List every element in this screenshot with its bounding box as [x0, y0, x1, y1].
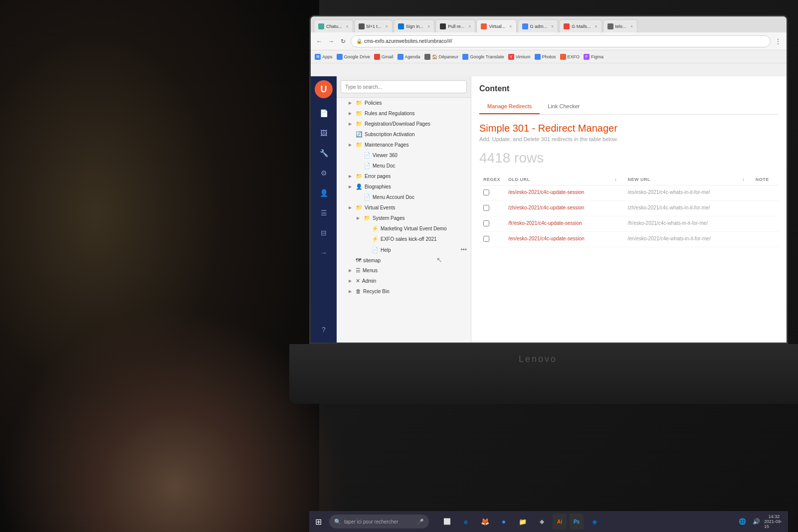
bookmark-vimium[interactable]: V Vimium [508, 54, 531, 60]
taskbar-chrome[interactable]: ● [496, 514, 512, 530]
sidebar-packages-icon[interactable]: ☰ [315, 204, 333, 222]
content-section-header: Content [479, 84, 779, 93]
sidebar-help-icon[interactable]: ? [315, 321, 333, 339]
tree-item-biographies[interactable]: ▶ 👤 Biographies [337, 181, 471, 192]
tab-link-checker[interactable]: Link Checker [540, 99, 588, 114]
bookmark-agenda[interactable]: Agenda [398, 54, 420, 60]
tab-close-icon[interactable]: × [509, 24, 512, 29]
sidebar-dashboard-icon[interactable]: ⊟ [315, 224, 333, 242]
sidebar-users-icon[interactable]: 👤 [315, 184, 333, 202]
tree-search-input[interactable] [341, 80, 467, 93]
tree-item-subscription[interactable]: 🔄 Subscription Activation [337, 129, 471, 140]
tree-item-exfosales[interactable]: ⚡ EXFO sales kick-off 2021 [337, 234, 471, 244]
tree-item-admin[interactable]: ▶ ✕ Admin [337, 276, 471, 286]
taskbar-app5[interactable]: ◆ [534, 514, 550, 530]
taskbar-vscode[interactable]: ◈ [587, 514, 602, 530]
tray-volume-icon[interactable]: 🔊 [750, 516, 762, 528]
tree-item-menuaccount[interactable]: 📄 Menu Account Doc [337, 192, 471, 202]
bookmark-exfo[interactable]: EXFO [560, 54, 580, 60]
tree-item-error[interactable]: ▶ 📁 Error pages [337, 171, 471, 181]
context-menu-icon[interactable]: ••• [460, 246, 467, 253]
page-icon: 📄 [364, 163, 371, 169]
col-regex-header: REGEX [479, 174, 504, 185]
tree-item-recycle[interactable]: ▶ 🗑 Recycle Bin [337, 286, 471, 296]
close-icon: ✕ [356, 278, 360, 284]
tab-gadm[interactable]: G adm... × [518, 19, 559, 32]
tray-network-icon[interactable]: 🌐 [736, 516, 748, 528]
laptop-brand: Lenovo [519, 354, 557, 364]
bookmark-drive[interactable]: Google Drive [337, 54, 371, 60]
plugin-title: Simple 301 - Redirect Manager [479, 123, 779, 134]
bookmark-gmail[interactable]: Gmail [374, 54, 394, 60]
event-icon: ⚡ [372, 236, 379, 242]
tab-close-icon[interactable]: × [551, 24, 554, 29]
sidebar-media-icon[interactable]: 🖼 [315, 124, 333, 142]
tab-close-icon[interactable]: × [427, 24, 430, 29]
old-url-cell: /fr/esko-2021/c4c-update-session [504, 216, 610, 232]
bookmark-translate[interactable]: Google Translate [462, 54, 504, 60]
tree-item-viewer360[interactable]: 📄 Viewer 360 [337, 150, 471, 161]
taskbar-task-view[interactable]: ⬜ [439, 514, 455, 530]
sidebar-content-icon[interactable]: 📄 [315, 104, 333, 122]
sidebar-settings-icon[interactable]: 🔧 [315, 144, 333, 162]
tree-item-menus[interactable]: ▶ ☰ Menus [337, 265, 471, 276]
tab-close-icon[interactable]: × [630, 24, 633, 29]
tree-item-help[interactable]: 📄 Help ••• [337, 244, 471, 255]
folder-icon: 📁 [356, 204, 363, 211]
expand-arrow-icon: ▶ [349, 143, 354, 147]
address-bar[interactable]: 🔒 cms-exfo.azurewebsites.net/umbraco/#/ [351, 35, 771, 47]
tab-close-icon[interactable]: × [346, 24, 349, 29]
tree-item-policies[interactable]: ▶ 📁 Policies [337, 98, 471, 108]
person-icon: 👤 [356, 183, 363, 190]
tab-pull[interactable]: Pull re... × [435, 19, 475, 32]
tree-item-systempages[interactable]: ▶ 📁 System Pages [337, 213, 471, 223]
tab-virtual[interactable]: Virtual... × [476, 19, 516, 32]
tree-item-virtualevents[interactable]: ▶ 📁 Virtual Events [337, 202, 471, 213]
taskbar-photoshop[interactable]: Ps [570, 514, 584, 530]
sidebar-deploy-icon[interactable]: → [315, 244, 333, 262]
tab-close-icon[interactable]: × [468, 24, 471, 29]
bookmark-apps[interactable]: ⊞ Apps [315, 54, 333, 60]
tab-signin[interactable]: Sign in... × [394, 19, 434, 32]
tab-favicon [564, 23, 570, 29]
bookmark-figma[interactable]: F Figma [584, 54, 603, 60]
umbraco-logo[interactable]: U [315, 80, 333, 98]
windows-start-button[interactable]: ⊞ [309, 513, 327, 531]
expand-arrow-icon: ▶ [349, 122, 354, 126]
tab-bl[interactable]: bl+1 t... × [354, 19, 393, 32]
tab-close-icon[interactable]: × [595, 24, 597, 29]
row-checkbox[interactable] [479, 185, 504, 201]
taskbar-illustrator[interactable]: Ai [553, 514, 567, 530]
reload-button[interactable]: ↻ [339, 37, 348, 46]
old-url-cell: /en/esko-2021/c4c-update-session [504, 232, 610, 247]
expand-arrow-icon: ▶ [349, 101, 354, 105]
extensions-icon[interactable]: ⋮ [774, 37, 783, 46]
microphone-icon[interactable]: 🎤 [417, 519, 424, 525]
taskbar-explorer[interactable]: 📁 [515, 514, 531, 530]
tree-item-sitemap[interactable]: 🗺 sitemap [337, 255, 471, 265]
forward-button[interactable]: → [327, 37, 336, 46]
taskbar-search-bar[interactable]: 🔍 taper ici pour rechercher 🎤 [329, 515, 429, 529]
tree-item-menudoc[interactable]: 📄 Menu Doc [337, 161, 471, 171]
tab-close-icon[interactable]: × [386, 24, 388, 29]
tab-telo[interactable]: telo... × [603, 19, 637, 32]
tree-item-maintenance[interactable]: ▶ 📁 Maintenance Pages [337, 140, 471, 150]
tree-item-registration[interactable]: ▶ 📁 Registration/Download Pages [337, 119, 471, 129]
back-button[interactable]: ← [315, 37, 324, 46]
bookmark-photos[interactable]: Photos [535, 54, 556, 60]
bookmark-depanneur[interactable]: 🏠 Dépaneur [424, 54, 459, 60]
taskbar-edge[interactable]: e [458, 514, 474, 530]
tab-manage-redirects[interactable]: Manage Redirects [479, 99, 540, 114]
row-checkbox[interactable] [479, 201, 504, 216]
expand-arrow-icon: ▶ [349, 289, 354, 294]
row-checkbox[interactable] [479, 232, 504, 247]
tree-item-marketing[interactable]: ⚡ Marketing Virtual Event Demo [337, 223, 471, 234]
taskbar-firefox[interactable]: 🦊 [477, 514, 493, 530]
taskbar-apps-group: ⬜ e 🦊 ● 📁 ◆ Ai Ps ◈ [439, 514, 602, 530]
row-checkbox[interactable] [479, 216, 504, 232]
tab-chatu[interactable]: Chatu... × [314, 19, 353, 32]
tree-item-rules[interactable]: ▶ 📁 Rules and Regulations [337, 108, 471, 119]
tab-gmail[interactable]: G Mails... × [559, 19, 601, 32]
page-icon: 📄 [364, 152, 371, 159]
sidebar-forms-icon[interactable]: ⚙ [315, 164, 333, 182]
